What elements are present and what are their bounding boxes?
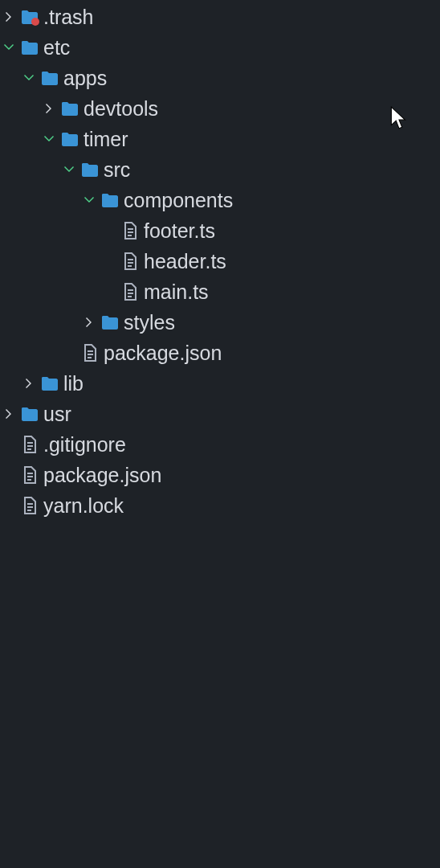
chevron-down-icon[interactable] — [20, 72, 38, 84]
chevron-right-icon[interactable] — [20, 377, 38, 390]
chevron-down-icon[interactable] — [80, 194, 98, 207]
folder-row-etc[interactable]: etc — [0, 32, 440, 63]
chevron-down-icon[interactable] — [0, 41, 18, 54]
folder-row-timer[interactable]: timer — [0, 124, 440, 154]
tree-item-label: components — [122, 189, 233, 212]
folder-row-src[interactable]: src — [0, 154, 440, 185]
file-icon — [18, 465, 42, 485]
tree-item-label: .gitignore — [42, 433, 126, 457]
tree-item-label: footer.ts — [142, 219, 215, 243]
tree-item-label: apps — [62, 67, 107, 90]
folder-row-styles[interactable]: styles — [0, 307, 440, 338]
tree-item-label: devtools — [82, 97, 158, 121]
file-row-yarnlock[interactable]: yarn.lock — [0, 490, 440, 521]
tree-item-label: .trash — [42, 6, 94, 29]
chevron-right-icon[interactable] — [40, 102, 58, 115]
folder-icon — [98, 313, 122, 332]
folder-icon — [98, 190, 122, 210]
chevron-right-icon[interactable] — [0, 407, 18, 420]
file-icon — [118, 221, 142, 240]
file-row-gitignore[interactable]: .gitignore — [0, 429, 440, 460]
tree-item-label: timer — [82, 128, 128, 151]
chevron-down-icon[interactable] — [60, 163, 78, 176]
tree-item-label: main.ts — [142, 280, 209, 304]
tree-item-label: src — [102, 158, 130, 182]
folder-row-components[interactable]: components — [0, 185, 440, 215]
tree-item-label: yarn.lock — [42, 494, 124, 518]
folder-icon — [18, 404, 42, 424]
folder-icon — [38, 68, 62, 88]
folder-icon — [78, 160, 102, 179]
file-row-header[interactable]: header.ts — [0, 246, 440, 276]
folder-icon — [38, 374, 62, 393]
svg-point-0 — [31, 18, 39, 26]
file-icon — [118, 252, 142, 271]
file-row-pkg-timer[interactable]: package.json — [0, 338, 440, 368]
folder-row-usr[interactable]: usr — [0, 399, 440, 429]
folder-row-trash[interactable]: .trash — [0, 2, 440, 32]
tree-item-label: etc — [42, 36, 70, 59]
tree-item-label: styles — [122, 311, 175, 334]
file-row-pkg-root[interactable]: package.json — [0, 460, 440, 490]
folder-row-devtools[interactable]: devtools — [0, 93, 440, 124]
file-row-footer[interactable]: footer.ts — [0, 215, 440, 246]
tree-item-label: usr — [42, 403, 71, 426]
tree-item-label: lib — [62, 372, 84, 395]
folder-icon — [18, 38, 42, 57]
tree-item-label: package.json — [102, 342, 222, 365]
chevron-right-icon[interactable] — [0, 10, 18, 23]
chevron-right-icon[interactable] — [80, 316, 98, 329]
folder-row-lib[interactable]: lib — [0, 368, 440, 399]
file-tree[interactable]: .trashetcappsdevtoolstimersrccomponentsf… — [0, 0, 440, 521]
file-icon — [18, 435, 42, 454]
folder-icon — [58, 99, 82, 118]
folder-icon — [58, 129, 82, 149]
file-row-main[interactable]: main.ts — [0, 276, 440, 307]
tree-item-label: header.ts — [142, 250, 226, 273]
file-icon — [78, 343, 102, 362]
file-icon — [118, 282, 142, 301]
chevron-down-icon[interactable] — [40, 133, 58, 145]
tree-item-label: package.json — [42, 464, 161, 487]
trash-folder-icon — [18, 7, 42, 27]
file-icon — [18, 496, 42, 515]
folder-row-apps[interactable]: apps — [0, 63, 440, 93]
